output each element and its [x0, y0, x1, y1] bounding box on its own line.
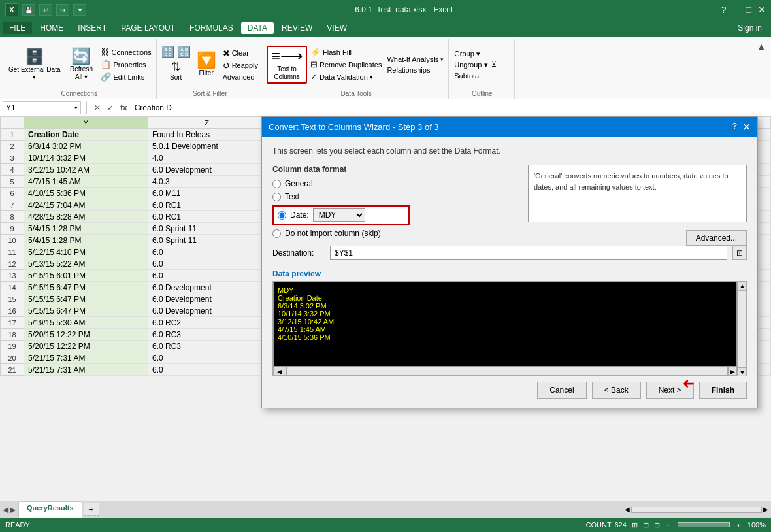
finish-btn[interactable]: Finish: [699, 382, 747, 399]
insert-function-btn[interactable]: fx: [118, 103, 129, 112]
outline-expand-btn[interactable]: ⊻: [491, 60, 497, 69]
cell-z[interactable]: 6.0 RC1: [148, 199, 266, 211]
cell-z[interactable]: 6.0 RC2: [148, 317, 266, 329]
text-radio[interactable]: [272, 193, 281, 201]
cell-z[interactable]: 6.0 RC1: [148, 211, 266, 223]
tab-scroll-right[interactable]: ▶: [10, 505, 16, 514]
cell-y[interactable]: 4/10/15 5:36 PM: [24, 188, 148, 199]
sort-az-btn[interactable]: 🔡: [160, 46, 176, 59]
cell-z[interactable]: 6.0: [148, 258, 266, 270]
cell-z[interactable]: Found In Releas: [148, 129, 266, 141]
cell-z[interactable]: 6.0 RC3: [148, 329, 266, 341]
cell-y[interactable]: 5/4/15 1:28 PM: [24, 235, 148, 246]
date-radio[interactable]: [278, 211, 286, 220]
zoom-decrease-btn[interactable]: －: [665, 520, 672, 530]
tab-scroll-left[interactable]: ◀: [3, 505, 8, 514]
sort-btn[interactable]: ⇅ Sort: [161, 59, 190, 83]
sheet-tab-queryresults[interactable]: QueryResults: [18, 501, 82, 518]
menu-view[interactable]: VIEW: [320, 22, 353, 34]
add-sheet-btn[interactable]: +: [84, 503, 99, 516]
preview-scroll-left[interactable]: ◀: [273, 367, 286, 376]
data-validation-btn[interactable]: ✓ Data Validation ▾: [308, 71, 384, 82]
dialog-close-btn[interactable]: ✕: [742, 121, 751, 133]
undo-btn[interactable]: ↩: [39, 4, 52, 16]
view-page-btn[interactable]: ⊞: [654, 521, 660, 529]
menu-page-layout[interactable]: PAGE LAYOUT: [114, 22, 182, 34]
close-btn[interactable]: ✕: [758, 5, 766, 15]
relationships-btn[interactable]: Relationships: [385, 65, 446, 75]
cell-y[interactable]: 5/4/15 1:28 PM: [24, 223, 148, 235]
clear-btn[interactable]: ✖ Clear: [221, 48, 260, 59]
filter-btn[interactable]: 🔽 Filter: [193, 51, 220, 78]
cell-z[interactable]: 6.0 M11: [148, 188, 266, 199]
preview-scroll-up[interactable]: ▲: [738, 281, 747, 290]
cell-z[interactable]: 6.0 Sprint 11: [148, 235, 266, 246]
cell-y[interactable]: 6/3/14 3:02 PM: [24, 141, 148, 152]
cell-z[interactable]: 6.0 Development: [148, 282, 266, 293]
sign-in[interactable]: Sign in: [731, 22, 768, 34]
group-btn[interactable]: Group ▾: [452, 49, 489, 59]
h-scroll-right[interactable]: ▶: [763, 506, 768, 513]
redo-btn[interactable]: ↪: [56, 4, 69, 16]
subtotal-btn[interactable]: Subtotal: [452, 71, 489, 80]
cell-z[interactable]: 6.0: [148, 270, 266, 282]
cell-y[interactable]: 10/1/14 3:32 PM: [24, 152, 148, 164]
cancel-btn[interactable]: Cancel: [537, 382, 586, 399]
cell-z[interactable]: 6.0 Development: [148, 293, 266, 305]
general-radio[interactable]: [272, 180, 281, 188]
cell-z[interactable]: 6.0: [148, 246, 266, 258]
preview-scroll-down[interactable]: ▼: [738, 367, 747, 376]
name-box[interactable]: Y1 ▾: [3, 101, 81, 114]
cell-y[interactable]: 4/28/15 8:28 AM: [24, 211, 148, 223]
menu-file[interactable]: FILE: [3, 22, 32, 34]
edit-links-btn[interactable]: 🔗 Edit Links: [99, 71, 153, 82]
cell-y[interactable]: 5/13/15 5:22 AM: [24, 258, 148, 270]
menu-formulas[interactable]: FORMULAS: [183, 22, 240, 34]
preview-scroll-right[interactable]: ▶: [728, 367, 737, 376]
cell-z[interactable]: 6.0: [148, 364, 266, 376]
zoom-increase-btn[interactable]: ＋: [735, 520, 742, 530]
customize-btn[interactable]: ▾: [73, 4, 86, 16]
cell-y[interactable]: 5/19/15 5:30 AM: [24, 317, 148, 329]
confirm-formula-btn[interactable]: ✓: [105, 103, 116, 112]
cell-z[interactable]: 4.0: [148, 152, 266, 164]
formula-input[interactable]: [132, 103, 768, 112]
cell-z[interactable]: 6.0 Development: [148, 164, 266, 176]
cell-z[interactable]: 5.0.1 Development: [148, 141, 266, 152]
properties-btn[interactable]: 📋 Properties: [99, 59, 153, 70]
connections-btn[interactable]: ⛓ Connections: [99, 46, 153, 58]
cell-y[interactable]: 5/21/15 7:31 AM: [24, 352, 148, 364]
cancel-formula-btn[interactable]: ✕: [92, 103, 103, 112]
destination-collapse-btn[interactable]: ⊡: [732, 246, 747, 260]
cell-y[interactable]: 4/24/15 7:04 AM: [24, 199, 148, 211]
flash-fill-btn[interactable]: ⚡ Flash Fill: [308, 46, 384, 58]
cell-y[interactable]: Creation Date: [24, 129, 148, 141]
cell-y[interactable]: 5/15/15 6:47 PM: [24, 293, 148, 305]
menu-review[interactable]: REVIEW: [275, 22, 319, 34]
cell-y[interactable]: 5/20/15 12:22 PM: [24, 329, 148, 341]
help-btn[interactable]: ?: [721, 5, 727, 15]
destination-input[interactable]: [330, 246, 727, 260]
maximize-btn[interactable]: □: [746, 5, 751, 15]
minimize-btn[interactable]: ─: [733, 5, 740, 15]
preview-hscroll-track[interactable]: [286, 367, 728, 376]
menu-data[interactable]: DATA: [241, 22, 274, 34]
cell-y[interactable]: 4/7/15 1:45 AM: [24, 176, 148, 188]
cell-y[interactable]: 5/15/15 6:47 PM: [24, 305, 148, 317]
preview-vscroll-track[interactable]: [738, 290, 747, 367]
save-btn[interactable]: 💾: [22, 4, 35, 16]
sort-za-btn[interactable]: 🔠: [176, 46, 192, 59]
cell-z[interactable]: 4.0.3: [148, 176, 266, 188]
skip-radio[interactable]: [272, 229, 281, 238]
view-normal-btn[interactable]: ⊞: [632, 521, 638, 529]
refresh-all-btn[interactable]: 🔄 RefreshAll ▾: [65, 47, 97, 82]
date-format-select[interactable]: MDY DMY YMD MYD DYM YDM: [313, 208, 365, 222]
menu-insert[interactable]: INSERT: [71, 22, 113, 34]
what-if-btn[interactable]: What-If Analysis ▾: [385, 55, 446, 64]
back-btn[interactable]: < Back: [592, 382, 641, 399]
reapply-btn[interactable]: ↺ Reapply: [221, 60, 260, 71]
h-scroll-left[interactable]: ◀: [625, 506, 630, 513]
cell-y[interactable]: 5/20/15 12:22 PM: [24, 341, 148, 352]
remove-duplicates-btn[interactable]: ⊟ Remove Duplicates: [308, 59, 384, 70]
advanced-filter-btn[interactable]: Advanced: [221, 73, 260, 82]
